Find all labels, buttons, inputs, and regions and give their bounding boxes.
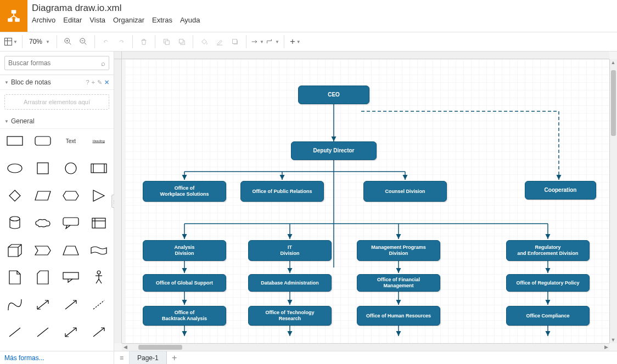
node-counsel[interactable]: Counsel Division [363,181,447,202]
node-dba[interactable]: Database Administration [248,274,332,292]
search-input[interactable] [8,59,101,67]
view-grid-button[interactable]: ▼ [4,35,18,48]
node-ofm[interactable]: Office of Financial Management [357,274,440,292]
shape-callout[interactable] [59,215,83,231]
node-opr[interactable]: Office of Public Relations [240,181,324,202]
shape-cylinder[interactable] [3,215,27,231]
shape-heading[interactable]: Heading [87,133,110,149]
shape-curve[interactable] [3,297,27,312]
add-icon[interactable]: + [92,79,95,86]
menu-file[interactable]: Archivo [32,16,55,24]
node-cooperation[interactable]: Cooperation [525,181,596,200]
shape-arrow[interactable] [59,297,83,312]
shape-tape[interactable] [87,243,110,258]
connection-icon [251,39,259,44]
shape-cloud[interactable] [31,215,55,231]
drawio-logo-icon [7,9,21,23]
delete-button[interactable] [137,35,150,48]
menu-extras[interactable]: Extras [152,16,172,24]
shape-parallelogram[interactable] [31,188,55,203]
shape-internal-storage[interactable] [87,215,110,231]
scratchpad-header[interactable]: ▼ Bloc de notas ? + ✎ ✕ [0,75,114,90]
scratchpad-dropzone[interactable]: Arrastrar elementos aquí [4,94,109,110]
search-shapes[interactable]: ⌕ [4,56,109,70]
svg-line-39 [93,300,104,309]
zoom-in-button[interactable] [61,35,75,48]
shape-line2[interactable] [31,325,55,340]
tabs-menu-button[interactable]: ≡ [114,351,130,364]
canvas[interactable]: ⋮ [114,52,617,351]
shape-arrow2[interactable] [87,325,110,340]
scrollbar-vertical[interactable]: ▲▼ [609,59,617,343]
node-deputy[interactable]: Deputy Director [291,141,377,160]
redo-button[interactable] [115,35,128,48]
shape-diamond[interactable] [3,188,27,203]
undo-button[interactable] [99,35,113,48]
app-logo[interactable] [0,0,27,32]
to-back-button[interactable] [175,35,188,48]
node-oc[interactable]: Office Compliance [506,306,590,326]
shape-biarrow2[interactable] [59,325,83,340]
node-orp[interactable]: Office of Regulatory Policy [506,274,590,292]
shape-actor[interactable] [87,270,110,285]
fill-color-button[interactable] [198,35,211,48]
shape-callout2[interactable] [59,270,83,285]
scrollbar-horizontal[interactable]: ◀▶ [122,343,609,351]
shape-triangle[interactable] [87,188,110,203]
node-ogs[interactable]: Office of Global Support [143,274,226,292]
shape-line1[interactable] [3,325,27,340]
waypoints-button[interactable]: ▼ [266,35,279,48]
shape-process[interactable] [87,161,110,176]
shape-step[interactable] [31,243,55,258]
help-icon[interactable]: ? [86,79,89,86]
shape-circle[interactable] [59,161,83,176]
menu-arrange[interactable]: Organizar [113,16,144,24]
to-front-button[interactable] [160,35,173,48]
node-otr[interactable]: Office of Technology Research [248,306,332,326]
shape-trapezoid[interactable] [59,243,83,258]
shape-biarrow[interactable] [31,297,55,312]
connection-button[interactable]: ▼ [251,35,264,48]
shape-cube[interactable] [3,243,27,258]
node-reg[interactable]: Regulatory and Enforcement Division [506,240,590,261]
menu-edit[interactable]: Editar [63,16,82,24]
node-ceo[interactable]: CEO [298,86,369,104]
zoom-out-button[interactable] [77,35,90,48]
menu-view[interactable]: Vista [89,16,105,24]
node-ohr[interactable]: Office of Human Resources [357,306,440,326]
svg-rect-2 [15,18,20,22]
menu-help[interactable]: Ayuda [180,16,200,24]
svg-line-38 [65,300,76,309]
shape-square[interactable] [31,161,55,176]
page-tab[interactable]: Page-1 [130,351,167,364]
edit-icon[interactable]: ✎ [97,79,102,86]
document-title[interactable]: Diagrama draw.io.xml [32,0,617,16]
shape-rounded-rectangle[interactable] [31,133,55,149]
node-mgmt[interactable]: Management Programs Division [357,240,440,261]
shape-rectangle[interactable] [3,133,27,149]
shape-note[interactable] [3,270,27,285]
svg-line-41 [37,328,48,337]
shadow-button[interactable] [228,35,242,48]
line-color-button[interactable] [213,35,226,48]
shape-ellipse[interactable] [3,161,27,176]
node-it[interactable]: IT Division [248,240,332,261]
redo-icon [117,38,125,46]
shape-text[interactable]: Text [59,133,83,149]
svg-point-20 [8,164,22,173]
add-page-button[interactable]: + [167,351,182,364]
pencil-icon [216,38,223,46]
zoom-dropdown[interactable]: 70%▼ [27,38,52,46]
node-analysis[interactable]: Analysis Division [143,240,226,261]
shape-dashed[interactable] [87,297,110,312]
general-header[interactable]: ▼ General [0,114,114,129]
insert-button[interactable]: +▼ [289,35,302,48]
node-wps[interactable]: Office of Workplace Solutions [143,181,226,202]
shape-card[interactable] [31,270,55,285]
diagram-page[interactable]: CEO Deputy Director Cooperation Office o… [125,59,609,343]
shape-hexagon[interactable] [59,188,83,203]
node-oba[interactable]: Office of Backtrack Analysis [143,306,226,326]
close-icon[interactable]: ✕ [104,79,109,86]
sidebar: ⌕ ▼ Bloc de notas ? + ✎ ✕ Arrastrar elem… [0,52,114,351]
more-shapes-link[interactable]: Más formas... [0,351,114,364]
